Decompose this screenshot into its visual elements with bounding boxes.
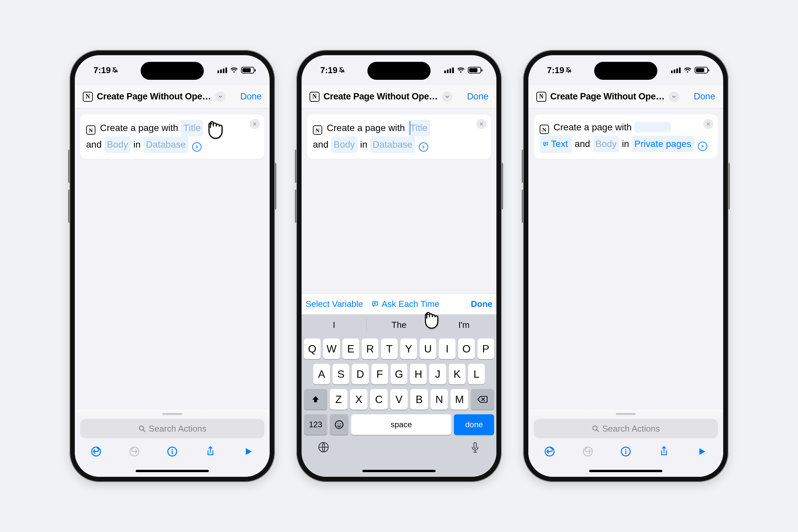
- phone-frame-2: 7:19 N Create Page Without Ope… Done N C…: [296, 50, 502, 482]
- wifi-icon: [230, 67, 238, 73]
- globe-key[interactable]: [318, 441, 329, 454]
- sheet-grabber[interactable]: [162, 413, 182, 415]
- title-chevron[interactable]: [442, 92, 453, 102]
- search-placeholder: Search Actions: [602, 424, 660, 434]
- space-key[interactable]: space: [351, 414, 451, 435]
- pred-2[interactable]: The: [366, 315, 431, 335]
- search-actions-field[interactable]: Search Actions: [80, 419, 264, 438]
- screen: 7:19 N Create Page Without Ope… Done N C…: [75, 55, 270, 477]
- title-token[interactable]: Title: [181, 120, 204, 136]
- text-variable-token[interactable]: Text: [540, 135, 572, 153]
- key-s[interactable]: S: [332, 364, 349, 384]
- body-token[interactable]: Body: [593, 136, 620, 152]
- shift-key[interactable]: [304, 389, 327, 410]
- nav-bar: N Create Page Without Ope… Done: [302, 85, 496, 108]
- undo-button[interactable]: [542, 445, 557, 457]
- key-i[interactable]: I: [439, 339, 456, 359]
- key-z[interactable]: Z: [330, 389, 347, 410]
- svg-point-4: [172, 449, 173, 450]
- key-e[interactable]: E: [342, 339, 359, 359]
- status-time: 7:19: [547, 65, 572, 75]
- silent-icon: [112, 66, 118, 73]
- key-p[interactable]: P: [477, 339, 494, 359]
- done-button[interactable]: Done: [240, 92, 262, 102]
- card-and: and: [86, 139, 102, 150]
- keyboard-block: Select Variable Ask Each Time Done I The…: [302, 293, 496, 477]
- card-lead-text: Create a page with: [554, 122, 632, 132]
- delete-key[interactable]: [471, 389, 494, 410]
- share-button[interactable]: [657, 445, 671, 457]
- sheet-grabber[interactable]: [616, 413, 636, 415]
- key-q[interactable]: Q: [304, 339, 321, 359]
- card-and: and: [574, 139, 590, 149]
- title-chevron[interactable]: [669, 92, 679, 102]
- action-card[interactable]: N Create a page with Title and Body in D…: [307, 114, 491, 159]
- svg-rect-9: [474, 442, 476, 449]
- done-button[interactable]: Done: [694, 92, 715, 102]
- key-b[interactable]: B: [410, 389, 428, 410]
- database-token[interactable]: Database: [143, 136, 189, 153]
- key-n[interactable]: N: [431, 389, 448, 410]
- card-in: in: [133, 139, 141, 150]
- body-token[interactable]: Body: [331, 136, 358, 153]
- notion-icon: N: [536, 92, 546, 102]
- expand-arrow-icon[interactable]: [419, 142, 428, 152]
- kb-done-key[interactable]: done: [454, 414, 494, 435]
- key-g[interactable]: G: [391, 364, 407, 384]
- key-a[interactable]: A: [313, 364, 330, 384]
- clear-action-icon[interactable]: [476, 119, 487, 129]
- notion-action-icon: N: [313, 125, 322, 135]
- expand-arrow-icon[interactable]: [192, 142, 202, 152]
- svg-point-6: [338, 423, 339, 424]
- key-c[interactable]: C: [370, 389, 388, 410]
- select-variable-button[interactable]: Select Variable: [306, 299, 363, 309]
- action-card[interactable]: N Create a page with Title and Body in D…: [80, 114, 264, 159]
- editor-toolbar: [534, 438, 718, 457]
- database-token[interactable]: Database: [370, 136, 415, 153]
- run-button[interactable]: [695, 445, 709, 457]
- ask-each-time-button[interactable]: Ask Each Time: [371, 299, 439, 309]
- title-input-token[interactable]: Title: [407, 120, 430, 136]
- key-m[interactable]: M: [451, 389, 468, 410]
- body-token[interactable]: Body: [104, 136, 131, 153]
- key-w[interactable]: W: [323, 339, 340, 359]
- key-f[interactable]: F: [372, 364, 388, 384]
- num-key[interactable]: 123: [304, 414, 327, 435]
- key-l[interactable]: L: [468, 364, 485, 384]
- info-button[interactable]: [619, 445, 633, 457]
- clear-action-icon[interactable]: [703, 119, 713, 129]
- clear-action-icon[interactable]: [250, 119, 260, 129]
- svg-point-5: [335, 421, 343, 428]
- battery-icon: [241, 67, 254, 74]
- nav-bar: N Create Page Without Ope… Done: [75, 85, 270, 108]
- key-r[interactable]: R: [362, 339, 378, 359]
- key-x[interactable]: X: [350, 389, 368, 410]
- key-k[interactable]: K: [449, 364, 466, 384]
- key-t[interactable]: T: [381, 339, 398, 359]
- battery-icon: [695, 67, 708, 74]
- undo-button[interactable]: [89, 445, 103, 457]
- done-button[interactable]: Done: [467, 92, 489, 102]
- key-d[interactable]: D: [352, 364, 368, 384]
- action-card[interactable]: N Create a page with Text and Body in Pr…: [534, 114, 718, 159]
- info-button[interactable]: [165, 445, 179, 457]
- private-pages-token[interactable]: Private pages: [632, 136, 694, 152]
- key-y[interactable]: Y: [400, 339, 417, 359]
- key-v[interactable]: V: [391, 389, 408, 410]
- title-chevron[interactable]: [215, 92, 226, 102]
- share-button[interactable]: [203, 445, 218, 457]
- accessory-done-button[interactable]: Done: [471, 299, 492, 309]
- pred-1[interactable]: I: [302, 315, 366, 335]
- pred-3[interactable]: I'm: [432, 315, 496, 335]
- key-u[interactable]: U: [420, 339, 436, 359]
- key-o[interactable]: O: [458, 339, 475, 359]
- key-j[interactable]: J: [429, 364, 446, 384]
- mic-key[interactable]: [470, 441, 480, 454]
- run-button[interactable]: [241, 445, 256, 457]
- expand-arrow-icon[interactable]: [698, 141, 707, 151]
- card-lead-text: Create a page with: [327, 123, 405, 133]
- emoji-key[interactable]: [330, 414, 348, 435]
- key-h[interactable]: H: [410, 364, 426, 384]
- search-actions-field[interactable]: Search Actions: [534, 419, 718, 438]
- title-blank-token[interactable]: [634, 122, 671, 132]
